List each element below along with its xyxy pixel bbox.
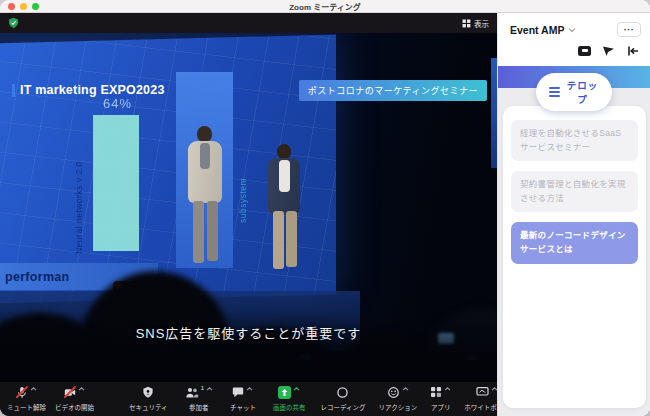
telop-item-selected[interactable]: 最新のノーコードデザインサービスとは — [511, 222, 638, 263]
participants-button[interactable]: 1 参加者 — [185, 386, 213, 412]
presenter-2-head — [277, 144, 291, 159]
panel-title[interactable]: Event AMP — [510, 24, 564, 36]
camera-icon — [578, 46, 591, 56]
chevron-up-icon[interactable] — [206, 386, 213, 392]
telop-button[interactable]: テロップ — [536, 73, 612, 111]
record-icon — [336, 386, 349, 399]
view-button-label: 表示 — [474, 18, 489, 29]
presenter-2-leg — [286, 211, 297, 267]
presenter-2-shirt — [279, 160, 290, 192]
chevron-up-icon[interactable] — [78, 386, 85, 392]
telop-list-area: 経理を自動化させるSaaSサービスセミナー 契約書管理と自動化を実現させる方法 … — [498, 88, 650, 416]
encryption-shield-icon[interactable] — [8, 17, 19, 29]
screen-share-icon — [278, 386, 291, 399]
event-amp-panel: Event AMP ··· テロップ 経理を自動化させるSaaSサービスセミナ — [497, 13, 650, 416]
reactions-button[interactable]: リアクション — [378, 386, 417, 412]
hamburger-icon — [549, 87, 560, 96]
video-caption: SNS広告を駆使することが重要です — [0, 323, 497, 342]
chart-bar-teal — [93, 115, 139, 251]
video-area: 表示 64% Neural networks v 2.0 subsystem I… — [0, 13, 497, 416]
start-video-button[interactable]: ビデオの開始 — [55, 386, 94, 412]
camera-off-icon — [64, 386, 76, 399]
window-title: Zoom ミーティング — [0, 1, 650, 12]
presentation-video: 64% Neural networks v 2.0 subsystem IT m… — [0, 33, 497, 382]
whiteboard-icon — [476, 386, 489, 398]
presenter-1-leg — [193, 201, 204, 263]
send-action-button[interactable] — [600, 44, 617, 57]
chevron-up-icon[interactable] — [444, 386, 451, 392]
telop-item[interactable]: 契約書管理と自動化を実現させる方法 — [511, 171, 638, 212]
smiley-icon — [387, 386, 400, 399]
chart-bar-label: Neural networks v 2.0 — [74, 149, 84, 254]
panel-action-buttons — [498, 42, 650, 66]
presenter-1-shirt — [200, 143, 210, 169]
apps-button[interactable]: アプリ — [430, 386, 451, 412]
zoom-meeting-window: Zoom ミーティング 表示 64% Neural networks v 2.0… — [0, 0, 650, 416]
window-titlebar: Zoom ミーティング — [0, 0, 650, 13]
meeting-toolbar: ミュート解除 ビデオの開始 セキュリティ — [0, 382, 497, 416]
more-options-button[interactable]: ··· — [617, 22, 641, 37]
camera-action-button[interactable] — [576, 44, 593, 57]
telop-card: 経理を自動化させるSaaSサービスセミナー 契約書管理と自動化を実現させる方法 … — [503, 106, 646, 408]
chevron-down-icon[interactable] — [568, 27, 576, 33]
chat-button[interactable]: チャット — [230, 386, 256, 412]
chevron-up-icon[interactable] — [246, 386, 253, 392]
presenter-1-leg — [207, 201, 218, 261]
apps-grid-icon — [430, 386, 442, 398]
security-button[interactable]: セキュリティ — [129, 386, 168, 412]
chart-bar-value: 64% — [103, 96, 132, 111]
video-topbar: 表示 — [0, 13, 497, 33]
microphone-muted-icon — [16, 386, 28, 399]
share-screen-button[interactable]: 画面の共有 — [273, 386, 306, 412]
send-icon — [602, 45, 615, 57]
slide-badge: ポストコロナのマーケティングセミナー — [299, 80, 487, 101]
slide-title-tick — [12, 84, 15, 97]
chevron-up-icon[interactable] — [402, 386, 409, 392]
record-button[interactable]: レコーディング — [320, 386, 365, 412]
collapse-action-button[interactable] — [624, 44, 641, 57]
panel-header: Event AMP ··· — [498, 13, 650, 42]
chat-bubble-icon — [232, 386, 244, 399]
chevron-up-icon[interactable] — [293, 386, 300, 392]
participants-icon — [185, 386, 199, 399]
shield-icon — [142, 386, 154, 399]
grid-view-icon — [462, 19, 471, 28]
chevron-up-icon[interactable] — [30, 386, 37, 392]
telop-item[interactable]: 経理を自動化させるSaaSサービスセミナー — [511, 120, 638, 161]
participant-count: 1 — [201, 385, 204, 391]
view-button[interactable]: 表示 — [462, 18, 489, 29]
presenter-2-leg — [273, 211, 284, 269]
telop-gradient-bar: テロップ — [498, 66, 650, 88]
slide-title: IT marketing EXPO2023 — [12, 83, 165, 97]
chart-bar-label-2: subsystem — [238, 153, 248, 223]
presenter-1-head — [197, 126, 212, 142]
collapse-left-icon — [626, 45, 639, 57]
unmute-button[interactable]: ミュート解除 — [7, 386, 46, 412]
